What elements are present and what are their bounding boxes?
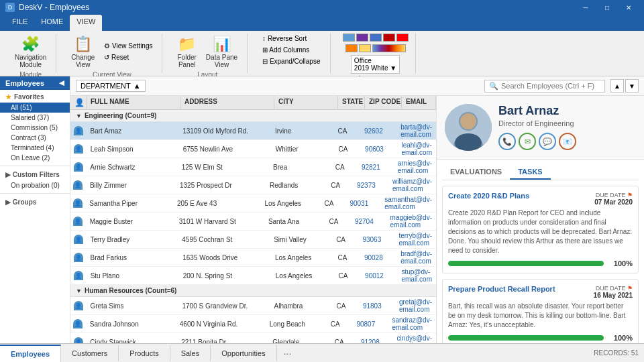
row-city: Los Angeles — [261, 198, 321, 208]
task-due-label: DUE DATE ⚑ — [594, 285, 633, 292]
table-row[interactable]: 👤 Arnie Schwartz 125 W Elm St Brea CA 92… — [70, 158, 436, 176]
header-address[interactable]: ADDRESS — [180, 96, 274, 109]
content-area: DEPARTMENT ▲ 🔍 ▲ ▼ 👤 FULL NAME — [70, 76, 644, 343]
groups-header[interactable]: ▶ Groups — [0, 196, 70, 208]
sidebar-item-terminated[interactable]: Terminated (4) — [0, 143, 70, 153]
header-state[interactable]: STATE — [338, 96, 365, 109]
main-area: Employees ◀ ★ Favorites All (51) Salarie… — [0, 76, 644, 343]
header-email[interactable]: EMAIL — [402, 96, 436, 109]
office-dropdown[interactable]: Office2019 White ▼ — [351, 55, 400, 74]
task-card[interactable]: Create 2020 R&D Plans DUE DATE ⚑ 07 Mar … — [442, 186, 639, 274]
progress-percent: 100% — [609, 334, 633, 342]
task-title: Prepare Product Recall Report — [448, 285, 594, 293]
tab-home[interactable]: HOME — [34, 15, 70, 31]
minimize-button[interactable]: ─ — [576, 0, 596, 15]
row-state: CA — [333, 253, 360, 263]
reverse-sort-button[interactable]: ↕ Reverse Sort — [260, 34, 309, 44]
color-swatch-orange[interactable] — [345, 44, 358, 52]
table-row[interactable]: 👤 Samantha Piper 205 E Ave 43 Los Angele… — [70, 194, 436, 213]
table-row[interactable]: 👤 Billy Zimmer 1325 Prospect Dr Redlands… — [70, 176, 436, 194]
group-header[interactable]: ▼Human Resources (Count=6) — [70, 285, 436, 297]
table-row[interactable]: 👤 Bart Arnaz 13109 Old Myford Rd. Irvine… — [70, 122, 436, 140]
bottom-tab-customers[interactable]: Customers — [61, 345, 119, 361]
sidebar-favorites-header[interactable]: ★ Favorites — [0, 91, 70, 103]
sidebar-item-onleave[interactable]: On Leave (2) — [0, 153, 70, 163]
table-row[interactable]: 👤 Terry Bradley 4595 Cochran St Simi Val… — [70, 231, 436, 249]
search-box[interactable]: 🔍 — [484, 80, 605, 93]
bottom-tab-employees[interactable]: Employees — [0, 345, 61, 362]
sidebar-toggle[interactable]: ◀ — [59, 79, 64, 87]
action-chat[interactable]: 💬 — [539, 133, 556, 150]
search-input[interactable] — [501, 82, 595, 90]
nav-prev-button[interactable]: ▲ — [610, 79, 624, 93]
header-city[interactable]: CITY — [274, 96, 338, 109]
color-swatch-yellow[interactable] — [359, 44, 371, 52]
dept-label: DEPARTMENT — [80, 82, 131, 90]
task-card[interactable]: Prepare Product Recall Report DUE DATE ⚑… — [442, 279, 639, 343]
action-message[interactable]: 📧 — [559, 133, 576, 150]
sidebar-item-contract[interactable]: Contract (3) — [0, 133, 70, 143]
ribbon-group-appearance: Office2019 White ▼ Appearance — [336, 34, 416, 73]
tab-evaluations[interactable]: EVALUATIONS — [442, 165, 510, 180]
star-icon: ★ — [5, 93, 11, 101]
data-pane-view-button[interactable]: 📊 Data PaneView — [203, 34, 240, 70]
navigation-module-button[interactable]: 🧩 NavigationModule — [12, 34, 49, 70]
table-row[interactable]: 👤 Cindy Stanwick 2211 Bonita Dr. Glendal… — [70, 333, 436, 343]
tab-tasks[interactable]: TASKS — [510, 165, 550, 180]
row-icon: 👤 — [70, 337, 86, 343]
color-swatch-darkred[interactable] — [383, 34, 395, 42]
table-row[interactable]: 👤 Maggie Buster 3101 W Harvard St Santa … — [70, 213, 436, 231]
action-email[interactable]: ✉ — [519, 133, 536, 150]
bottom-tab-products[interactable]: Products — [119, 345, 170, 361]
table-row[interactable]: 👤 Leah Simpson 6755 Newlin Ave Whittier … — [70, 140, 436, 158]
ribbon-group-layout: 📁 FolderPanel 📊 Data PaneView Layout — [168, 34, 248, 73]
folder-panel-button[interactable]: 📁 FolderPanel — [174, 34, 199, 70]
row-address: 1325 Prospect Dr — [176, 180, 266, 190]
task-desc: Bart, this recall was an absolute disast… — [448, 302, 633, 330]
row-icon: 👤 — [70, 198, 85, 208]
table-row[interactable]: 👤 Brad Farkus 1635 Woods Drive Los Angel… — [70, 249, 436, 267]
header-zip[interactable]: ZIP CODE — [365, 96, 402, 109]
row-name: Bart Arnaz — [87, 126, 179, 136]
color-swatch-red[interactable] — [396, 34, 409, 42]
action-phone[interactable]: 📞 — [498, 133, 516, 150]
nav-next-button[interactable]: ▼ — [625, 79, 639, 93]
row-address: 200 N. Spring St — [179, 271, 272, 281]
group-header[interactable]: ▼Engineering (Count=9) — [70, 110, 436, 122]
svg-point-3 — [460, 113, 476, 129]
expand-collapse-button[interactable]: ⊟ Expand/Collapse — [260, 56, 323, 66]
color-swatch-navy[interactable] — [370, 34, 382, 42]
row-zip: 90028 — [360, 253, 396, 263]
row-name: Terry Bradley — [86, 235, 178, 245]
sidebar-divider-2 — [0, 193, 70, 194]
reset-button[interactable]: ↺ Reset — [101, 52, 155, 62]
header-fullname[interactable]: FULL NAME — [87, 96, 180, 109]
close-button[interactable]: ✕ — [619, 0, 639, 15]
bottom-tab-sales[interactable]: Sales — [170, 345, 211, 361]
change-view-button[interactable]: 📋 ChangeView — [68, 34, 97, 70]
row-name: Arnie Schwartz — [86, 162, 177, 172]
custom-filters-header[interactable]: ▶ Custom Filters — [0, 169, 70, 180]
add-columns-button[interactable]: ⊞ Add Columns — [260, 45, 312, 55]
sidebar-item-commission[interactable]: Commission (5) — [0, 123, 70, 133]
bottom-tab-opportunities[interactable]: Opportunities — [211, 345, 276, 361]
department-dropdown[interactable]: DEPARTMENT ▲ — [76, 80, 146, 92]
row-zip: 92602 — [360, 126, 396, 136]
table-row[interactable]: 👤 Stu Plano 200 N. Spring St Los Angeles… — [70, 267, 436, 285]
records-status: RECORDS: 51 — [588, 347, 644, 359]
table-row[interactable]: 👤 Greta Sims 1700 S Grandview Dr. Alhamb… — [70, 297, 436, 315]
sidebar-item-onprobation[interactable]: On probation (0) — [0, 180, 70, 190]
table-row[interactable]: 👤 Sandra Johnson 4600 N Virginia Rd. Lon… — [70, 315, 436, 333]
row-city: Brea — [269, 162, 331, 172]
tab-file[interactable]: FILE — [5, 15, 34, 31]
view-settings-button[interactable]: ⚙ View Settings — [101, 41, 155, 51]
sidebar-item-all[interactable]: All (51) — [0, 103, 70, 113]
more-tabs-button[interactable]: ··· — [277, 344, 299, 363]
color-swatch-blue[interactable] — [343, 34, 355, 42]
color-swatch-purple[interactable] — [356, 34, 368, 42]
tab-view[interactable]: VIEW — [70, 15, 102, 31]
sidebar-item-salaried[interactable]: Salaried (37) — [0, 113, 70, 123]
row-icon: 👤 — [70, 235, 86, 244]
maximize-button[interactable]: □ — [597, 0, 617, 15]
sidebar-divider — [0, 166, 70, 166]
